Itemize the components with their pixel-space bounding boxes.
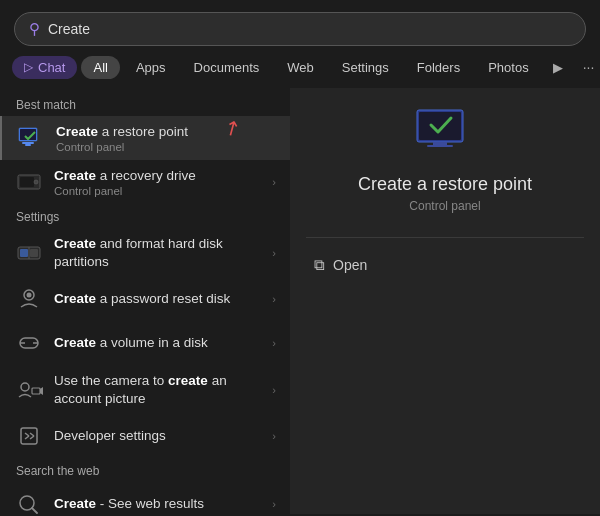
tab-chat-label: Chat: [38, 60, 65, 75]
volume-disk-icon: [14, 328, 44, 358]
arrow-icon-2: ›: [272, 176, 276, 188]
best-match-text-2: Create a recovery drive Control panel: [54, 167, 262, 197]
s1-highlight: Create: [54, 236, 96, 251]
web-search-title: Create - See web results: [54, 495, 262, 513]
search-container: ⚲: [0, 0, 600, 54]
best-match-text-1: Create a restore point Control panel: [56, 123, 276, 153]
s2-highlight: Create: [54, 291, 96, 306]
svg-rect-9: [30, 249, 38, 257]
web-search-icon: [14, 489, 44, 514]
settings-item-2[interactable]: Create a password reset disk ›: [0, 277, 290, 321]
svg-line-21: [25, 436, 29, 439]
settings-text-4: Use the camera to create an account pict…: [54, 372, 262, 407]
right-panel: Create a restore point Control panel ⧉ O…: [290, 88, 600, 514]
best-match-item-1[interactable]: Create a restore point Control panel ↗: [0, 116, 290, 160]
arrow-icon-s1: ›: [272, 247, 276, 259]
arrow-icon-s5: ›: [272, 430, 276, 442]
best-match-label: Best match: [0, 92, 290, 116]
password-reset-icon: [14, 284, 44, 314]
tab-web-label: Web: [287, 60, 314, 75]
settings-title-4: Use the camera to create an account pict…: [54, 372, 262, 407]
tab-apps-label: Apps: [136, 60, 166, 75]
s2-rest: a password reset disk: [100, 291, 231, 306]
tab-photos[interactable]: Photos: [476, 56, 540, 79]
s3-rest: a volume in a disk: [100, 335, 208, 350]
settings-item-3[interactable]: Create a volume in a disk ›: [0, 321, 290, 365]
web-search-item[interactable]: Create - See web results ›: [0, 482, 290, 514]
svg-rect-2: [25, 144, 31, 146]
ws-rest: - See web results: [100, 496, 204, 511]
tab-web[interactable]: Web: [275, 56, 326, 79]
settings-title-3: Create a volume in a disk: [54, 334, 262, 352]
best-match-item-2[interactable]: Create a recovery drive Control panel ›: [0, 160, 290, 204]
arrow-icon-s2: ›: [272, 293, 276, 305]
svg-rect-1: [22, 142, 34, 144]
svg-rect-28: [433, 142, 447, 145]
svg-line-23: [30, 436, 34, 439]
tab-all-label: All: [93, 60, 107, 75]
settings-title-2: Create a password reset disk: [54, 290, 262, 308]
rp-title-rest: a restore point: [417, 174, 532, 194]
arrow-icon-s3: ›: [272, 337, 276, 349]
tab-settings[interactable]: Settings: [330, 56, 401, 79]
tab-all[interactable]: All: [81, 56, 119, 79]
svg-rect-27: [419, 112, 461, 140]
svg-rect-5: [20, 177, 34, 187]
s4-highlight: create: [168, 373, 208, 388]
svg-point-16: [21, 383, 29, 391]
settings-item-4[interactable]: Use the camera to create an account pict…: [0, 365, 290, 414]
search-input[interactable]: [48, 21, 571, 37]
rp-open-icon: ⧉: [314, 256, 325, 274]
settings-item-1[interactable]: Create and format hard disk partitions ›: [0, 228, 290, 277]
arrow-icon-ws: ›: [272, 498, 276, 510]
tab-documents[interactable]: Documents: [182, 56, 272, 79]
search-icon: ⚲: [29, 20, 40, 38]
svg-marker-18: [40, 387, 43, 395]
svg-rect-29: [427, 145, 453, 147]
search-box: ⚲: [14, 12, 586, 46]
more-button[interactable]: ···: [575, 55, 600, 79]
arrow-icon-s4: ›: [272, 384, 276, 396]
tab-photos-label: Photos: [488, 60, 528, 75]
restore-point-icon: [16, 123, 46, 153]
play-button[interactable]: ▶: [545, 56, 571, 79]
settings-item-5[interactable]: Developer settings ›: [0, 414, 290, 458]
disk-partition-icon: [14, 238, 44, 268]
s3-highlight: Create: [54, 335, 96, 350]
title-rest-2: a recovery drive: [100, 168, 196, 183]
settings-text-1: Create and format hard disk partitions: [54, 235, 262, 270]
s5-text: Developer settings: [54, 428, 166, 443]
settings-title-1: Create and format hard disk partitions: [54, 235, 262, 270]
left-panel: Best match Create a restore point Contro…: [0, 88, 290, 514]
tab-documents-label: Documents: [194, 60, 260, 75]
rp-open-button[interactable]: ⧉ Open: [306, 252, 375, 278]
tab-settings-label: Settings: [342, 60, 389, 75]
rp-title-highlight: Create: [358, 174, 412, 194]
settings-text-5: Developer settings: [54, 427, 262, 445]
svg-point-12: [27, 293, 32, 298]
nav-tabs: ▷ Chat All Apps Documents Web Settings F…: [0, 54, 600, 88]
title-highlight-2: Create: [54, 168, 96, 183]
settings-title-5: Developer settings: [54, 427, 262, 445]
rp-subtitle: Control panel: [409, 199, 480, 213]
title-highlight: Create: [56, 124, 98, 139]
tab-folders[interactable]: Folders: [405, 56, 472, 79]
svg-point-6: [34, 180, 38, 184]
svg-rect-8: [20, 249, 28, 257]
rp-open-label: Open: [333, 257, 367, 273]
tab-folders-label: Folders: [417, 60, 460, 75]
title-rest: a restore point: [102, 124, 188, 139]
rp-title: Create a restore point: [358, 174, 532, 195]
svg-line-25: [32, 508, 37, 513]
ws-highlight: Create: [54, 496, 96, 511]
settings-text-3: Create a volume in a disk: [54, 334, 262, 352]
camera-account-icon: [14, 375, 44, 405]
rp-divider: [306, 237, 584, 238]
search-web-label: Search the web: [0, 458, 290, 482]
web-search-text: Create - See web results: [54, 495, 262, 513]
tab-apps[interactable]: Apps: [124, 56, 178, 79]
tab-chat[interactable]: ▷ Chat: [12, 56, 77, 79]
svg-rect-17: [32, 388, 40, 394]
recovery-drive-icon: [14, 167, 44, 197]
chat-icon: ▷: [24, 60, 33, 74]
